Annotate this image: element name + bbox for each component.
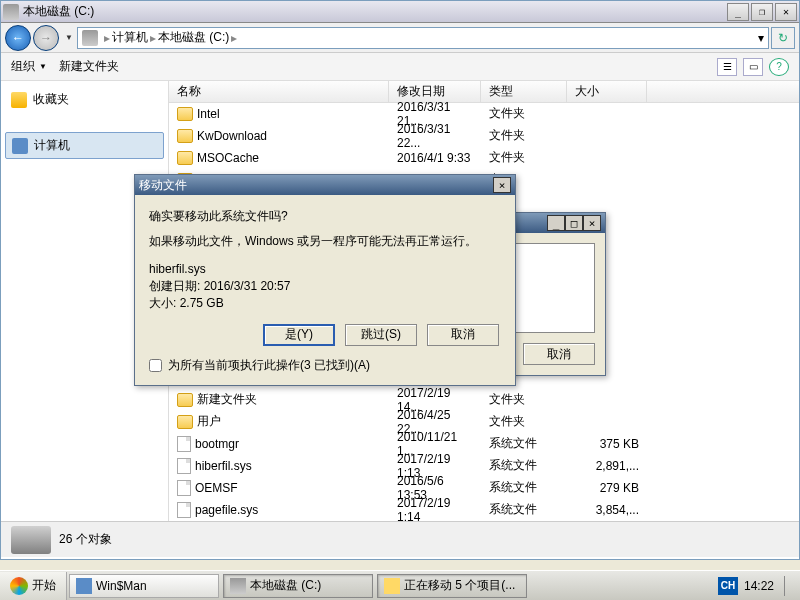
star-icon — [11, 92, 27, 108]
view-button[interactable]: ☰ — [717, 58, 737, 76]
system-tray: CH 14:22 — [710, 576, 800, 596]
file-row[interactable]: Intel2016/3/31 21...文件夹 — [169, 103, 799, 125]
checkbox-input[interactable] — [149, 359, 162, 372]
folder-icon — [177, 107, 193, 121]
refresh-button[interactable]: ↻ — [771, 27, 795, 49]
back-button[interactable]: ← — [5, 25, 31, 51]
address-bar[interactable]: ▸ 计算机 ▸ 本地磁盘 (C:) ▸ ▾ — [77, 27, 769, 49]
column-headers: 名称 修改日期 类型 大小 — [169, 81, 799, 103]
help-button[interactable]: ? — [769, 58, 789, 76]
sidebar-item-computer[interactable]: 计算机 — [5, 132, 164, 159]
minimize-button[interactable]: _ — [547, 215, 565, 231]
ime-indicator[interactable]: CH — [718, 577, 738, 595]
move-file-dialog: 移动文件 × 确实要移动此系统文件吗? 如果移动此文件，Windows 或另一程… — [134, 174, 516, 386]
close-button[interactable]: ✕ — [775, 3, 797, 21]
file-icon — [177, 480, 191, 496]
history-dropdown-icon[interactable]: ▼ — [65, 33, 73, 42]
file-row[interactable]: hiberfil.sys2017/2/19 1:13系统文件2,891,... — [169, 455, 799, 477]
app-icon — [76, 578, 92, 594]
window-title: 本地磁盘 (C:) — [23, 3, 725, 20]
col-type[interactable]: 类型 — [481, 81, 567, 102]
file-row[interactable]: pagefile.sys2017/2/19 1:14系统文件3,854,... — [169, 499, 799, 521]
folder-icon — [177, 393, 193, 407]
file-row[interactable]: 新建文件夹2017/2/19 14...文件夹 — [169, 389, 799, 411]
file-details: hiberfil.sys 创建日期: 2016/3/31 20:57 大小: 2… — [149, 261, 501, 311]
folder-icon — [177, 129, 193, 143]
file-row[interactable]: bootmgr2010/11/21 1...系统文件375 KB — [169, 433, 799, 455]
col-name[interactable]: 名称 — [169, 81, 389, 102]
newfolder-button[interactable]: 新建文件夹 — [59, 58, 119, 75]
close-button[interactable]: × — [583, 215, 601, 231]
folder-icon — [177, 151, 193, 165]
taskbar-item[interactable]: 本地磁盘 (C:) — [223, 574, 373, 598]
breadcrumb-root[interactable]: 计算机 — [112, 29, 148, 46]
sidebar-item-favorites[interactable]: 收藏夹 — [5, 87, 164, 112]
taskbar: 开始 Win$Man 本地磁盘 (C:) 正在移动 5 个项目(... CH 1… — [0, 570, 800, 600]
cancel-button[interactable]: 取消 — [523, 343, 595, 365]
close-button[interactable]: × — [493, 177, 511, 193]
navbar: ← → ▼ ▸ 计算机 ▸ 本地磁盘 (C:) ▸ ▾ ↻ — [1, 23, 799, 53]
file-row[interactable]: KwDownload2016/3/31 22...文件夹 — [169, 125, 799, 147]
apply-all-checkbox[interactable]: 为所有当前项执行此操作(3 已找到)(A) — [149, 356, 501, 375]
organize-menu[interactable]: 组织 ▼ — [11, 58, 47, 75]
dialog-question: 确实要移动此系统文件吗? — [149, 207, 501, 226]
drive-icon — [11, 526, 51, 554]
maximize-button[interactable]: ❐ — [751, 3, 773, 21]
clock[interactable]: 14:22 — [744, 579, 774, 593]
statusbar: 26 个对象 — [1, 521, 799, 557]
breadcrumb-item[interactable]: 本地磁盘 (C:) — [158, 29, 229, 46]
folder-icon — [177, 415, 193, 429]
drive-icon — [3, 4, 19, 20]
file-row[interactable]: OEMSF2016/5/6 13:53系统文件279 KB — [169, 477, 799, 499]
dialog-title: 移动文件 — [139, 177, 493, 194]
minimize-button[interactable]: _ — [727, 3, 749, 21]
file-row[interactable]: 用户2016/4/25 22...文件夹 — [169, 411, 799, 433]
forward-button[interactable]: → — [33, 25, 59, 51]
skip-button[interactable]: 跳过(S) — [345, 324, 417, 346]
start-button[interactable]: 开始 — [0, 572, 67, 600]
folder-icon — [384, 578, 400, 594]
dialog-titlebar: 移动文件 × — [135, 175, 515, 195]
cancel-button[interactable]: 取消 — [427, 324, 499, 346]
computer-icon — [12, 138, 28, 154]
status-count: 26 个对象 — [59, 531, 112, 548]
taskbar-item[interactable]: 正在移动 5 个项目(... — [377, 574, 527, 598]
file-row[interactable]: MSOCache2016/4/1 9:33文件夹 — [169, 147, 799, 169]
windows-icon — [10, 577, 28, 595]
drive-icon — [230, 578, 246, 594]
titlebar: 本地磁盘 (C:) _ ❐ ✕ — [1, 1, 799, 23]
dialog-warning: 如果移动此文件，Windows 或另一程序可能无法再正常运行。 — [149, 232, 501, 251]
col-size[interactable]: 大小 — [567, 81, 647, 102]
file-icon — [177, 436, 191, 452]
preview-button[interactable]: ▭ — [743, 58, 763, 76]
file-icon — [177, 502, 191, 518]
maximize-button[interactable]: □ — [565, 215, 583, 231]
file-icon — [177, 458, 191, 474]
address-dropdown-icon[interactable]: ▾ — [758, 31, 764, 45]
drive-icon — [82, 30, 98, 46]
yes-button[interactable]: 是(Y) — [263, 324, 335, 346]
toolbar: 组织 ▼ 新建文件夹 ☰ ▭ ? — [1, 53, 799, 81]
taskbar-item[interactable]: Win$Man — [69, 574, 219, 598]
show-desktop-button[interactable] — [784, 576, 792, 596]
